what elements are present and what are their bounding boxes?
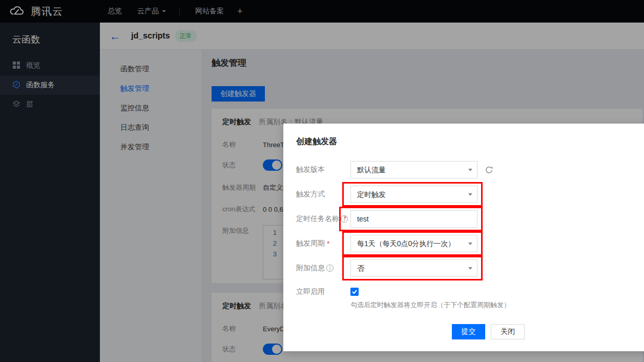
field-label: 立即启用 xyxy=(296,287,350,296)
task-name-input[interactable] xyxy=(350,210,477,228)
chevron-down-icon xyxy=(468,169,472,171)
required-asterisk: * xyxy=(344,214,346,223)
field-label: 触发周期 * xyxy=(296,239,350,248)
info-icon[interactable]: i xyxy=(326,265,334,272)
submit-button[interactable]: 提交 xyxy=(452,324,485,339)
chevron-down-icon xyxy=(468,267,472,270)
close-button[interactable]: 关闭 xyxy=(491,324,525,339)
field-label: 触发方式 xyxy=(296,190,350,199)
extra-info-select[interactable]: 否 xyxy=(350,259,477,277)
trigger-version-select[interactable]: 默认流量 xyxy=(350,161,477,178)
trigger-method-select[interactable]: 定时触发 xyxy=(350,186,477,203)
chevron-down-icon xyxy=(468,193,472,196)
modal-title: 创建触发器 xyxy=(296,136,644,148)
chevron-down-icon xyxy=(468,243,472,245)
field-label: 触发版本 xyxy=(296,165,350,174)
create-trigger-modal: 创建触发器 触发版本 默认流量 触发方式 定时触发 定时任务名称 i * xyxy=(283,124,644,351)
field-label: 定时任务名称 i xyxy=(296,214,350,224)
field-label: 附加信息 i xyxy=(296,264,350,273)
refresh-icon[interactable] xyxy=(485,166,493,174)
enable-hint: 勾选后定时触发器将立即开启（于下个配置周期触发） xyxy=(296,300,644,310)
required-asterisk: * xyxy=(327,239,329,248)
check-icon xyxy=(351,289,358,295)
enable-checkbox-checked[interactable] xyxy=(350,288,359,296)
trigger-period-select[interactable]: 每1天（每天0点0分执行一次） xyxy=(350,235,477,252)
